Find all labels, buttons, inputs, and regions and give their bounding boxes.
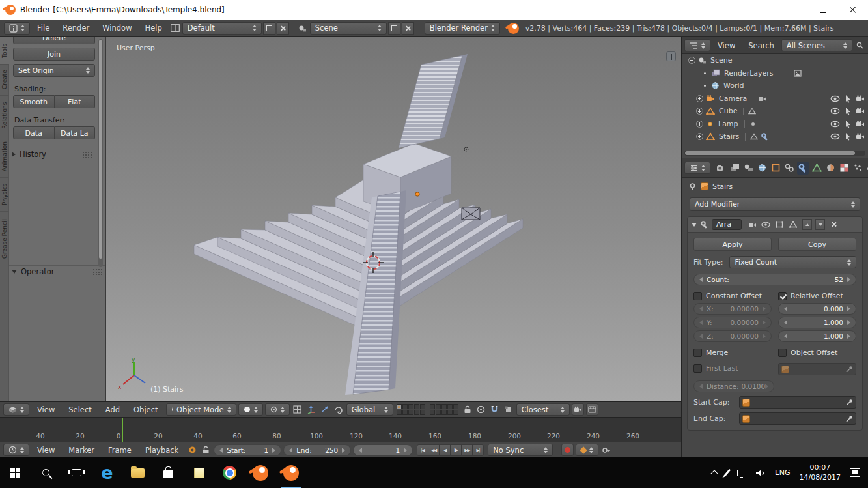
outliner-item-label[interactable]: Cube bbox=[718, 107, 738, 115]
first-last-checkbox[interactable]: First Last bbox=[693, 363, 772, 373]
outliner-item-label[interactable]: RenderLayers bbox=[723, 69, 775, 78]
edge-button[interactable]: e bbox=[92, 457, 122, 488]
tab-constraints[interactable] bbox=[783, 162, 795, 175]
renderlayer-toggle-icon[interactable] bbox=[792, 67, 804, 79]
checkbox-icon[interactable] bbox=[693, 364, 702, 373]
timeline-frame-menu[interactable]: Frame bbox=[102, 442, 137, 457]
merge-distance-field[interactable]: Distance: 0.0100 bbox=[693, 380, 774, 392]
sync-mode-selector[interactable]: No Sync bbox=[488, 444, 553, 456]
tool-shelf-scrollbar[interactable] bbox=[98, 39, 103, 267]
tab-grease-pencil[interactable]: Grease Pencil bbox=[0, 212, 9, 266]
window-menu[interactable]: Window bbox=[96, 20, 137, 36]
lamp-object[interactable] bbox=[464, 147, 468, 151]
join-button[interactable]: Join bbox=[13, 48, 95, 61]
expand-icon[interactable] bbox=[696, 108, 703, 115]
relative-offset-z-field[interactable]: 1.000 bbox=[778, 330, 856, 342]
outliner-item-label[interactable]: Lamp bbox=[717, 120, 740, 128]
mode-selector[interactable]: Object Mode bbox=[166, 403, 236, 416]
jump-to-end-button[interactable] bbox=[472, 444, 484, 456]
visibility-eye-icon[interactable] bbox=[830, 121, 840, 128]
opengl-render-anim-icon[interactable] bbox=[586, 403, 598, 416]
pen-icon[interactable] bbox=[723, 468, 731, 477]
render-toggle-camera-icon[interactable] bbox=[856, 95, 865, 102]
expanded-triangle-icon[interactable] bbox=[692, 223, 697, 227]
help-menu[interactable]: Help bbox=[139, 20, 168, 36]
constant-offset-y-field[interactable]: Y: 0.00000 bbox=[693, 317, 772, 328]
layers-selector-group2[interactable] bbox=[430, 404, 458, 415]
manipulator-toggle-icon[interactable] bbox=[305, 404, 317, 416]
object-offset-checkbox[interactable]: Object Offset bbox=[778, 347, 856, 358]
visibility-eye-icon[interactable] bbox=[830, 108, 840, 115]
selectability-cursor-icon[interactable] bbox=[845, 120, 851, 128]
display-filter-selector[interactable]: All Scenes bbox=[781, 39, 852, 51]
transform-orientation-selector[interactable]: Global bbox=[346, 403, 393, 416]
outliner-row-renderlayers[interactable]: RenderLayers bbox=[682, 67, 868, 80]
selectability-cursor-icon[interactable] bbox=[845, 94, 851, 103]
blender-pinned-button[interactable] bbox=[245, 457, 275, 488]
current-frame-field[interactable]: 1 bbox=[353, 444, 413, 456]
speaker-icon[interactable] bbox=[755, 469, 766, 477]
camera-object[interactable] bbox=[462, 208, 480, 220]
action-center-icon[interactable] bbox=[850, 468, 860, 477]
proportional-edit-icon[interactable] bbox=[475, 404, 487, 416]
tab-modifiers[interactable] bbox=[797, 162, 809, 175]
play-reverse-button[interactable] bbox=[439, 444, 451, 456]
outliner-item-label[interactable]: Scene bbox=[709, 56, 734, 65]
view-menu[interactable]: View bbox=[31, 402, 61, 417]
start-button[interactable] bbox=[0, 457, 31, 488]
outliner-row-lamp[interactable]: Lamp bbox=[682, 118, 868, 131]
checkbox-icon[interactable] bbox=[693, 292, 702, 300]
tab-relations[interactable]: Relations bbox=[0, 96, 9, 136]
move-modifier-up-button[interactable] bbox=[802, 219, 812, 230]
outliner-row-stairs[interactable]: Stairs bbox=[682, 130, 868, 143]
modifier-cage-toggle-icon[interactable] bbox=[787, 219, 799, 231]
scene-selector[interactable]: Scene bbox=[310, 22, 387, 35]
outliner-row-world[interactable]: World bbox=[682, 79, 868, 93]
previous-keyframe-button[interactable] bbox=[428, 444, 440, 456]
delete-layout-button[interactable] bbox=[277, 22, 289, 35]
select-menu[interactable]: Select bbox=[63, 402, 97, 417]
notes-button[interactable] bbox=[184, 457, 214, 488]
maximize-button[interactable] bbox=[808, 0, 838, 20]
add-scene-button[interactable] bbox=[388, 22, 400, 35]
tab-physics[interactable] bbox=[865, 162, 868, 175]
start-cap-field[interactable] bbox=[739, 396, 856, 409]
checkbox-icon[interactable] bbox=[778, 349, 787, 357]
search-options-icon[interactable] bbox=[854, 40, 865, 51]
relative-offset-y-field[interactable]: 1.000 bbox=[778, 317, 856, 328]
fit-type-dropdown[interactable]: Fixed Count bbox=[729, 256, 856, 268]
eyedropper-icon[interactable] bbox=[845, 415, 853, 423]
tray-expand-chevron-icon[interactable] bbox=[710, 470, 718, 477]
operator-panel-header[interactable]: Operator bbox=[9, 265, 105, 278]
scrollbar-thumb[interactable] bbox=[99, 40, 102, 259]
snap-target-selector[interactable]: Closest bbox=[516, 403, 570, 416]
auto-keyframe-record-icon[interactable] bbox=[561, 444, 574, 456]
outliner-item-label[interactable]: Stairs bbox=[718, 132, 740, 141]
render-engine-selector[interactable]: Blender Render bbox=[425, 22, 500, 35]
checkbox-checked-icon[interactable] bbox=[778, 292, 787, 300]
blender-running-button[interactable] bbox=[275, 457, 306, 488]
minimize-button[interactable] bbox=[778, 0, 808, 20]
selectability-cursor-icon[interactable] bbox=[845, 107, 851, 115]
jump-to-start-button[interactable] bbox=[417, 444, 428, 456]
outliner-view-menu[interactable]: View bbox=[712, 37, 741, 53]
tab-animation[interactable]: Animation bbox=[0, 136, 9, 178]
end-frame-field[interactable]: End: 250 bbox=[283, 444, 351, 456]
timeline-ruler[interactable]: -40 -20 0 20 40 60 80 100 120 140 160 18… bbox=[0, 417, 681, 442]
modifier-viewport-toggle-icon[interactable] bbox=[760, 219, 772, 231]
timeline-marker-menu[interactable]: Marker bbox=[63, 442, 100, 457]
eyedropper-icon[interactable] bbox=[845, 399, 853, 407]
tab-render[interactable] bbox=[715, 162, 727, 175]
delete-modifier-icon[interactable] bbox=[831, 222, 837, 227]
file-explorer-button[interactable] bbox=[122, 457, 153, 488]
modifier-panel-header[interactable]: Arra bbox=[688, 217, 862, 233]
modifier-editmode-toggle-icon[interactable] bbox=[774, 219, 785, 231]
count-field[interactable]: Count: 52 bbox=[693, 274, 856, 285]
language-indicator[interactable]: ENG bbox=[775, 468, 791, 477]
next-keyframe-button[interactable] bbox=[461, 444, 473, 456]
panel-grip-icon[interactable] bbox=[92, 268, 103, 275]
visibility-eye-icon[interactable] bbox=[830, 133, 840, 140]
current-frame-line[interactable] bbox=[122, 418, 123, 442]
lock-frame-icon[interactable] bbox=[200, 444, 212, 456]
editor-type-selector-properties[interactable] bbox=[684, 162, 710, 174]
